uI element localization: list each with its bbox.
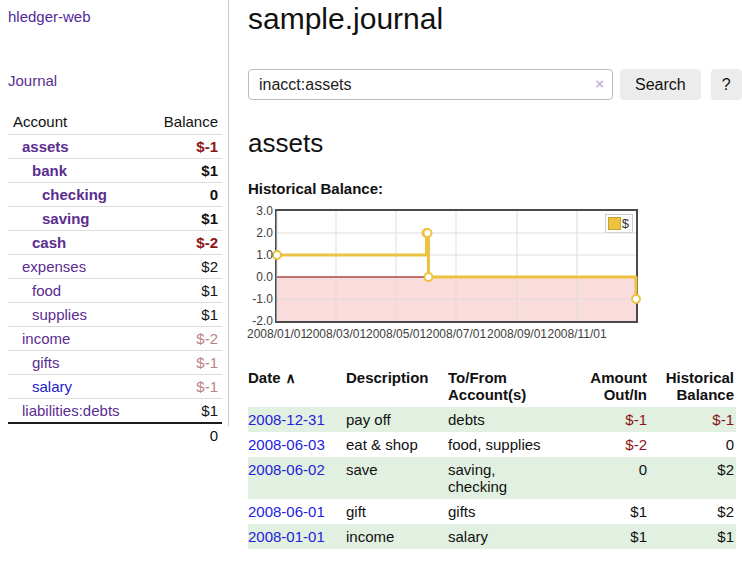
account-row: bank$1	[8, 159, 222, 183]
account-balance: $1	[146, 279, 222, 303]
sidebar: hledger-web Journal Account Balance asse…	[0, 0, 229, 426]
y-axis-tick-label: 0.0	[248, 270, 273, 284]
clear-search-icon[interactable]: ×	[595, 75, 604, 92]
transaction-amount: $-1	[561, 407, 649, 432]
transaction-description: income	[346, 524, 448, 549]
register-row: 2008-12-31pay offdebts$-1$-1	[248, 407, 736, 432]
transaction-accounts: debts	[448, 407, 561, 432]
chart-title: Historical Balance:	[248, 180, 742, 197]
sidebar-item-journal[interactable]: Journal	[8, 72, 57, 89]
register-row: 2008-06-01giftgifts$1$2	[248, 499, 736, 524]
sidebar-account-link[interactable]: salary	[32, 378, 72, 395]
register-header-date: Date∧	[248, 365, 346, 407]
search-input[interactable]	[248, 69, 613, 100]
transaction-balance: $2	[649, 499, 736, 524]
chart-plot-area: $	[275, 209, 638, 323]
transaction-description: gift	[346, 499, 448, 524]
account-row: supplies$1	[8, 303, 222, 327]
page-title: sample.journal	[248, 2, 742, 36]
transaction-balance: $-1	[649, 407, 736, 432]
account-balance: $-1	[146, 351, 222, 375]
sidebar-account-link[interactable]: food	[32, 282, 61, 299]
y-axis-tick-label: 2.0	[248, 226, 273, 240]
sidebar-account-link[interactable]: checking	[42, 186, 107, 203]
y-axis-tick-label: 3.0	[248, 204, 273, 218]
register-row: 2008-06-03eat & shopfood, supplies$-20	[248, 432, 736, 457]
transaction-balance: 0	[649, 432, 736, 457]
account-balance: $1	[146, 207, 222, 231]
account-row: checking0	[8, 183, 222, 207]
transaction-amount: $1	[561, 499, 649, 524]
x-axis-tick-label: 2008/11/01	[547, 327, 606, 341]
account-balance: $-1	[146, 375, 222, 399]
account-row: food$1	[8, 279, 222, 303]
x-axis-tick-label: 2008/09/01	[487, 327, 547, 341]
transaction-amount: $-2	[561, 432, 649, 457]
transaction-description: pay off	[346, 407, 448, 432]
account-row: income$-2	[8, 327, 222, 351]
transaction-date-link[interactable]: 2008-01-01	[248, 524, 346, 549]
account-row: assets$-1	[8, 135, 222, 159]
register-row: 2008-06-02savesaving, checking0$2	[248, 457, 736, 499]
sidebar-account-link[interactable]: cash	[32, 234, 66, 251]
register-header-balance: Historical Balance	[649, 365, 736, 407]
account-row: liabilities:debts$1	[8, 399, 222, 424]
search-button[interactable]: Search	[620, 69, 701, 100]
x-axis-tick-label: 2008/07/01	[426, 327, 486, 341]
main-content: sample.journal × Search ? assets Histori…	[229, 0, 742, 549]
transaction-amount: 0	[561, 457, 649, 499]
accounts-table: Account Balance assets$-1bank$1checking0…	[8, 110, 222, 447]
x-axis-tick-label: 2008/03/01	[306, 327, 366, 341]
register-table: Date∧ Description To/From Account(s) Amo…	[248, 365, 736, 549]
x-axis-tick-label: 2008/01/01	[247, 327, 307, 341]
account-row: saving$1	[8, 207, 222, 231]
account-row: expenses$2	[8, 255, 222, 279]
account-heading: assets	[248, 128, 742, 159]
accounts-header-account: Account	[8, 110, 146, 135]
sidebar-account-link[interactable]: saving	[42, 210, 90, 227]
sort-ascending-icon[interactable]: ∧	[286, 370, 296, 386]
transaction-date-link[interactable]: 2008-06-03	[248, 432, 346, 457]
chart-canvas	[277, 211, 636, 321]
brand-link[interactable]: hledger-web	[8, 8, 91, 25]
transaction-accounts: gifts	[448, 499, 561, 524]
transaction-date-link[interactable]: 2008-06-01	[248, 499, 346, 524]
sidebar-account-link[interactable]: liabilities:debts	[22, 402, 120, 419]
register-header-accounts: To/From Account(s)	[448, 365, 561, 407]
sidebar-account-link[interactable]: supplies	[32, 306, 87, 323]
account-balance: $1	[146, 399, 222, 424]
transaction-description: save	[346, 457, 448, 499]
account-row: salary$-1	[8, 375, 222, 399]
x-axis-tick-label: 2008/05/01	[366, 327, 426, 341]
account-row: gifts$-1	[8, 351, 222, 375]
account-balance: $2	[146, 255, 222, 279]
transaction-accounts: saving, checking	[448, 457, 561, 499]
transaction-date-link[interactable]: 2008-12-31	[248, 407, 346, 432]
y-axis-tick-label: -1.0	[248, 292, 273, 306]
account-balance: $-2	[146, 327, 222, 351]
transaction-balance: $1	[649, 524, 736, 549]
transaction-accounts: salary	[448, 524, 561, 549]
transaction-accounts: food, supplies	[448, 432, 561, 457]
register-row: 2008-01-01incomesalary$1$1	[248, 524, 736, 549]
register-header-row: Date∧ Description To/From Account(s) Amo…	[248, 365, 736, 407]
accounts-header-row: Account Balance	[8, 110, 222, 135]
sidebar-account-link[interactable]: gifts	[32, 354, 60, 371]
transaction-description: eat & shop	[346, 432, 448, 457]
account-balance: $1	[146, 159, 222, 183]
help-button[interactable]: ?	[711, 69, 742, 100]
historical-balance-chart: $ 3.02.01.00.0-1.0-2.02008/01/012008/03/…	[248, 203, 735, 341]
register-header-description: Description	[346, 365, 448, 407]
sidebar-account-link[interactable]: income	[22, 330, 70, 347]
search-bar: × Search ?	[248, 69, 742, 100]
account-row: cash$-2	[8, 231, 222, 255]
sidebar-account-link[interactable]: bank	[32, 162, 67, 179]
accounts-header-balance: Balance	[146, 110, 222, 135]
y-axis-tick-label: 1.0	[248, 248, 273, 262]
account-balance: $-2	[146, 231, 222, 255]
transaction-date-link[interactable]: 2008-06-02	[248, 457, 346, 499]
sidebar-account-link[interactable]: assets	[22, 138, 69, 155]
account-balance: $1	[146, 303, 222, 327]
register-header-amount: Amount Out/In	[561, 365, 649, 407]
sidebar-account-link[interactable]: expenses	[22, 258, 86, 275]
